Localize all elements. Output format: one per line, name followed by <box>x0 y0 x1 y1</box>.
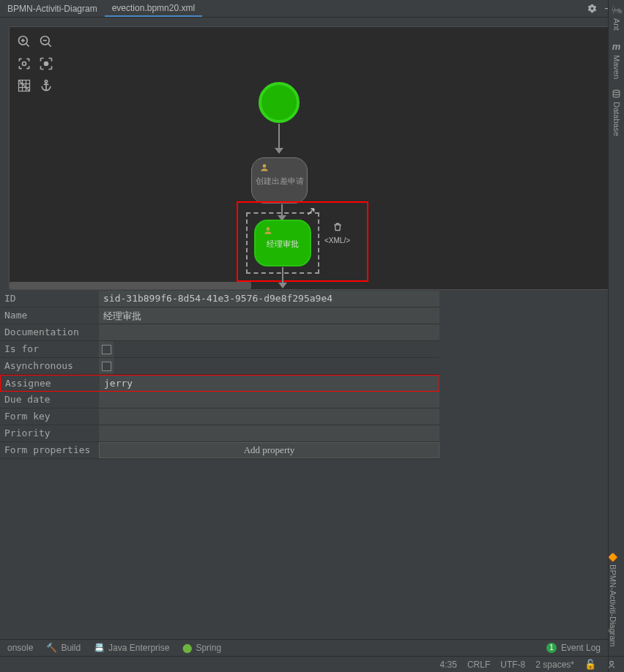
sidebar-item-maven[interactable]: mMaven <box>612 41 621 79</box>
prop-doc-label: Documentation <box>0 324 99 340</box>
prop-priority-label: Priority <box>0 425 99 441</box>
svg-point-21 <box>610 661 614 665</box>
user-task-manager-approve[interactable]: 经理审批 <box>254 220 311 266</box>
tool-build[interactable]: 🔨Build <box>46 643 81 653</box>
inspect-icon[interactable] <box>606 660 617 670</box>
user-icon <box>259 163 270 173</box>
user-icon <box>263 225 273 236</box>
delete-icon[interactable] <box>333 222 343 232</box>
expand-arrow-icon[interactable]: ↗ <box>306 204 316 218</box>
editor-tabs: BPMN-Activiti-Diagram evection.bpmn20.xm… <box>0 0 624 18</box>
compensation-checkbox[interactable] <box>102 345 111 354</box>
task1-label: 创建出差申请 <box>256 176 304 187</box>
tab-evection-file[interactable]: evection.bpmn20.xml <box>105 0 202 17</box>
task2-label: 经理审批 <box>267 239 299 250</box>
prop-formkey-label: Form key <box>0 408 99 425</box>
svg-point-18 <box>263 164 267 168</box>
prop-name: Name 经理审批 <box>0 307 439 324</box>
prop-doc-value[interactable] <box>99 324 439 340</box>
ant-icon: 🐜 <box>611 4 623 15</box>
spring-icon: ⬤ <box>182 643 192 653</box>
right-bar-bottom: 🔶 BPMN-Activiti-Diagram <box>608 550 624 650</box>
enterprise-icon: 📇 <box>94 643 105 653</box>
prop-form-key: Form key <box>0 408 439 425</box>
indent-setting[interactable]: 2 spaces* <box>535 660 574 670</box>
sidebar-item-ant[interactable]: 🐜Ant <box>611 4 623 31</box>
sequence-flow-1[interactable] <box>278 124 280 153</box>
bpmn-canvas[interactable]: 创建出差申请 ↗ 经理审批 <XML/> <box>10 27 614 289</box>
file-encoding[interactable]: UTF-8 <box>500 660 525 670</box>
properties-panel: ID sid-31b899f6-8d54-41e3-9576-d9e8f295a… <box>0 291 439 459</box>
prop-comp-label: Is for compensa... <box>0 341 99 357</box>
bpmn-canvas-area: 创建出差申请 ↗ 经理审批 <XML/> <box>9 26 615 290</box>
svg-point-19 <box>267 227 270 231</box>
user-task-create-request[interactable]: 创建出差申请 <box>251 157 308 204</box>
prop-compensation: Is for compensa... <box>0 341 439 358</box>
status-bar: 4:35 CRLF UTF-8 2 spaces* 🔓 <box>0 656 624 672</box>
prop-formkey-value[interactable] <box>99 408 439 425</box>
prop-assignee: Assignee <box>0 375 439 392</box>
prop-documentation: Documentation <box>0 324 439 341</box>
bottom-tool-window-bar: onsole 🔨Build 📇Java Enterprise ⬤Spring 1… <box>0 639 608 655</box>
prop-id: ID sid-31b899f6-8d54-41e3-9576-d9e8f295a… <box>0 291 439 307</box>
tool-event-log[interactable]: Event Log <box>561 643 601 653</box>
event-log-badge: 1 <box>546 643 557 653</box>
gear-icon[interactable] <box>587 3 598 14</box>
tab-bpmn-diagram[interactable]: BPMN-Activiti-Diagram <box>0 0 105 17</box>
prop-id-value[interactable]: sid-31b899f6-8d54-41e3-9576-d9e8f295a9e4 <box>99 291 439 307</box>
xml-label[interactable]: <XML/> <box>324 236 350 244</box>
hammer-icon: 🔨 <box>46 643 57 653</box>
line-separator[interactable]: CRLF <box>467 660 490 670</box>
prop-asynchronous: Asynchronous <box>0 358 439 375</box>
lock-icon[interactable]: 🔓 <box>584 659 596 670</box>
add-property-button[interactable]: Add property <box>99 442 439 458</box>
tool-java-enterprise[interactable]: 📇Java Enterprise <box>94 643 169 653</box>
horizontal-scrollbar[interactable] <box>10 282 251 289</box>
prop-async-label: Asynchronous <box>0 358 99 374</box>
maven-icon: m <box>612 41 621 52</box>
tool-console[interactable]: onsole <box>7 643 33 653</box>
asynchronous-checkbox[interactable] <box>102 362 111 371</box>
sidebar-item-database[interactable]: Database <box>612 89 621 136</box>
database-icon <box>612 89 621 99</box>
sidebar-item-bpmn-diagram[interactable]: 🔶 BPMN-Activiti-Diagram <box>608 550 618 650</box>
svg-point-20 <box>613 90 620 92</box>
prop-form-properties: Form properties Add property <box>0 442 439 459</box>
prop-id-label: ID <box>0 291 99 307</box>
prop-assignee-label: Assignee <box>1 376 100 391</box>
tool-spring[interactable]: ⬤Spring <box>182 643 221 653</box>
prop-name-label: Name <box>0 307 99 324</box>
prop-due-value[interactable] <box>99 392 439 408</box>
prop-priority: Priority <box>0 425 439 442</box>
prop-formprops-label: Form properties <box>0 442 99 458</box>
prop-assignee-value[interactable] <box>100 376 187 391</box>
assignee-input[interactable] <box>104 378 183 389</box>
start-event-node[interactable] <box>259 82 300 123</box>
node-context-tools: <XML/> <box>324 222 350 244</box>
prop-due-label: Due date <box>0 392 99 408</box>
prop-due-date: Due date <box>0 392 439 408</box>
cursor-position[interactable]: 4:35 <box>440 660 457 670</box>
prop-name-value[interactable]: 经理审批 <box>99 307 439 324</box>
prop-priority-value[interactable] <box>99 425 439 441</box>
sequence-flow-3[interactable] <box>282 267 283 288</box>
